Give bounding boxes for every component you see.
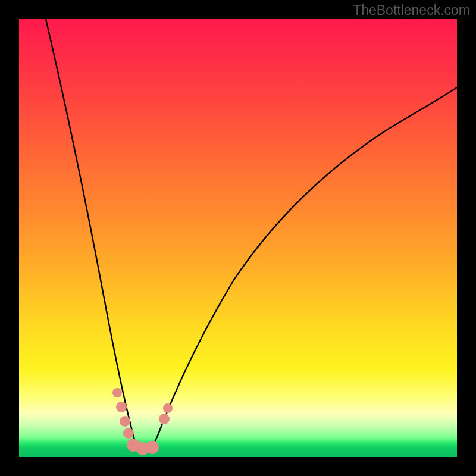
watermark-text: TheBottleneck.com — [353, 2, 470, 18]
data-marker — [112, 388, 122, 397]
chart-stage: TheBottleneck.com — [0, 0, 476, 476]
data-marker — [146, 441, 159, 454]
data-marker — [163, 403, 173, 413]
plot-area — [19, 19, 457, 457]
data-marker — [159, 414, 170, 424]
curve-right — [147, 87, 457, 450]
data-marker — [120, 416, 130, 427]
curve-left — [46, 19, 147, 450]
curve-layer — [19, 19, 457, 457]
data-marker — [123, 428, 134, 439]
data-marker — [116, 402, 127, 412]
